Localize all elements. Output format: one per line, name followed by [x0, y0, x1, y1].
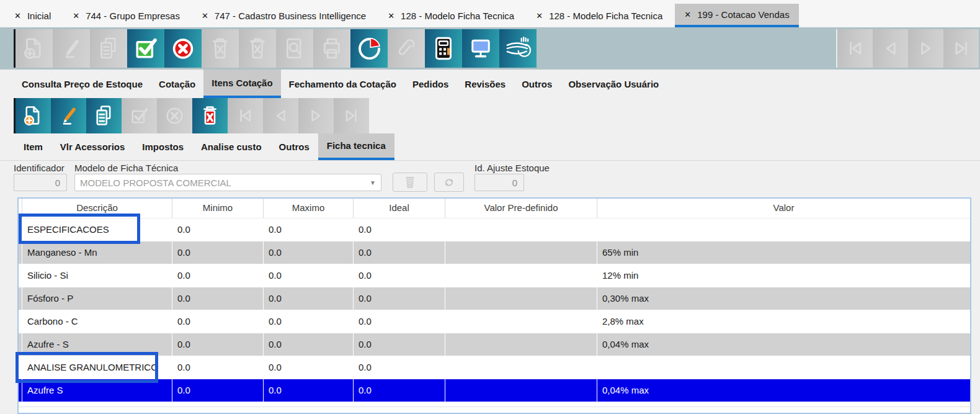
cancel-button[interactable] [164, 29, 202, 68]
edit-record-button[interactable] [53, 29, 90, 68]
edit-item-button[interactable] [51, 98, 86, 133]
header-minimo[interactable]: Minimo [172, 199, 264, 218]
window-tab-label: 199 - Cotacao Vendas [697, 9, 789, 20]
close-icon[interactable]: ✕ [684, 10, 691, 19]
window-tab-inicial[interactable]: ✕Inicial [5, 4, 60, 27]
delete-item-button[interactable] [192, 98, 228, 133]
cancel-icon [169, 34, 197, 63]
cell-maximo: 0.0 [264, 264, 354, 287]
brand-logo-icon [504, 34, 532, 63]
previous-item-button[interactable] [263, 98, 298, 133]
tab-analise-custo[interactable]: Analise custo [192, 133, 270, 160]
attachment-button[interactable] [388, 29, 425, 68]
close-icon[interactable]: ✕ [388, 11, 394, 20]
window-tab-modelo-ficha-1[interactable]: ✕128 - Modelo Ficha Tecnica [378, 4, 523, 27]
id-ajuste-input[interactable] [474, 174, 524, 191]
window-tab-grupo-empresas[interactable]: ✕744 - Grupo Empresas [63, 4, 189, 27]
first-record-button[interactable] [837, 29, 873, 68]
tab-ficha-tecnica[interactable]: Ficha tecnica [318, 133, 394, 160]
close-icon[interactable]: ✕ [14, 11, 21, 20]
app-window: ✕Inicial ✕744 - Grupo Empresas ✕747 - Ca… [0, 0, 980, 414]
pie-chart-icon [355, 34, 383, 63]
tab-impostos[interactable]: Impostos [133, 133, 192, 160]
cell-ideal: 0.0 [354, 379, 445, 402]
tab-item[interactable]: Item [15, 133, 51, 160]
tab-itens-cotacao[interactable]: Itens Cotação [203, 70, 280, 98]
table-row[interactable]: Azufre - S 0.0 0.0 0.0 0,04% max [19, 333, 970, 356]
table-row[interactable]: Azufre S 0.0 0.0 0.0 0,04% max [19, 379, 970, 402]
remote-desktop-button[interactable] [462, 29, 499, 68]
confirm-item-icon [126, 102, 153, 129]
last-record-button[interactable] [943, 29, 979, 68]
add-item-button[interactable] [16, 98, 51, 133]
confirm-button[interactable] [127, 29, 164, 68]
refresh-modelo-button[interactable] [434, 173, 464, 192]
print-button[interactable] [313, 29, 350, 68]
previous-record-button[interactable] [873, 29, 908, 68]
confirm-icon [131, 34, 160, 63]
cell-ideal: 0.0 [354, 241, 445, 264]
table-row[interactable]: ANALISE GRANULOMETRICO 0.0 0.0 0.0 [19, 356, 970, 379]
cell-maximo: 0.0 [264, 218, 354, 241]
table-row[interactable]: Fósforo - P 0.0 0.0 0.0 0,30% max [19, 287, 970, 310]
cell-minimo: 0.0 [172, 218, 264, 241]
table-row[interactable]: Carbono - C 0.0 0.0 0.0 2,8% max [19, 310, 970, 333]
header-maximo[interactable]: Maximo [264, 199, 354, 218]
close-icon[interactable]: ✕ [536, 11, 543, 20]
table-header: Descrição Minimo Maximo Ideal Valor Pre-… [19, 199, 970, 218]
tab-cotacao[interactable]: Cotação [151, 70, 203, 98]
first-item-button[interactable] [228, 98, 263, 133]
window-tab-cadastro-bi[interactable]: ✕747 - Cadastro Business Intelligence [192, 4, 375, 27]
cancel-item-button[interactable] [157, 98, 192, 133]
table-row[interactable]: Silicio - Si 0.0 0.0 0.0 12% min [19, 264, 970, 287]
delete-button[interactable] [202, 29, 239, 68]
tab-outros-detail[interactable]: Outros [270, 133, 318, 160]
header-valor-pre-definido[interactable]: Valor Pre-definido [445, 199, 597, 218]
next-item-button[interactable] [298, 98, 334, 133]
next-record-button[interactable] [908, 29, 943, 68]
copy-item-button[interactable] [86, 98, 122, 133]
cell-ideal: 0.0 [354, 356, 445, 379]
header-ideal[interactable]: Ideal [354, 199, 445, 218]
detail-tab-bar: Item Vlr Acessorios Impostos Analise cus… [0, 133, 980, 161]
cell-valor-pre-definido [445, 333, 597, 356]
clear-modelo-button[interactable] [393, 173, 427, 192]
window-tab-cotacao-vendas[interactable]: ✕199 - Cotacao Vendas [675, 4, 798, 27]
tab-revisoes[interactable]: Revisões [457, 70, 514, 98]
next-record-icon [912, 34, 940, 63]
brand-logo-button[interactable] [499, 29, 537, 68]
confirm-item-button[interactable] [122, 98, 157, 133]
tab-consulta-preco-estoque[interactable]: Consulta Preço de Estoque [14, 70, 151, 98]
search-document-icon [280, 34, 309, 63]
identificador-input[interactable] [14, 174, 67, 191]
cell-minimo: 0.0 [172, 264, 264, 287]
tab-outros[interactable]: Outros [514, 70, 560, 98]
tab-vlr-acessorios[interactable]: Vlr Acessorios [51, 133, 134, 160]
tab-observacao-usuario[interactable]: Observação Usuário [560, 70, 667, 98]
copy-record-button[interactable] [90, 29, 127, 68]
cell-minimo: 0.0 [172, 379, 264, 402]
close-icon[interactable]: ✕ [202, 11, 208, 20]
cell-ideal: 0.0 [354, 264, 445, 287]
close-icon[interactable]: ✕ [73, 11, 79, 20]
table-row[interactable]: Manganeso - Mn 0.0 0.0 0.0 65% min [19, 241, 970, 264]
last-item-button[interactable] [334, 98, 369, 133]
header-valor[interactable]: Valor [597, 199, 970, 218]
modelo-ficha-select[interactable]: MODELO PROPOSTA COMERCIAL ▼ [74, 174, 381, 191]
cell-minimo: 0.0 [172, 287, 264, 310]
cell-valor: 2,8% max [597, 310, 970, 333]
search-document-button[interactable] [276, 29, 313, 68]
tab-fechamento-cotacao[interactable]: Fechamento da Cotação [281, 70, 404, 98]
header-descricao[interactable]: Descrição [22, 199, 172, 218]
window-tab-modelo-ficha-2[interactable]: ✕128 - Modelo Ficha Tecnica [527, 4, 672, 27]
tab-pedidos[interactable]: Pedidos [404, 70, 457, 98]
new-record-icon [20, 34, 48, 63]
table-row[interactable]: ESPECIFICACOES 0.0 0.0 0.0 [19, 218, 970, 241]
chart-button[interactable] [350, 29, 388, 68]
refresh-icon [440, 173, 458, 192]
monitor-icon [466, 34, 495, 63]
delete-alt-button[interactable] [239, 29, 276, 68]
new-record-button[interactable] [16, 29, 53, 68]
calculator-button[interactable] [425, 29, 462, 68]
cell-valor-pre-definido [445, 241, 597, 264]
